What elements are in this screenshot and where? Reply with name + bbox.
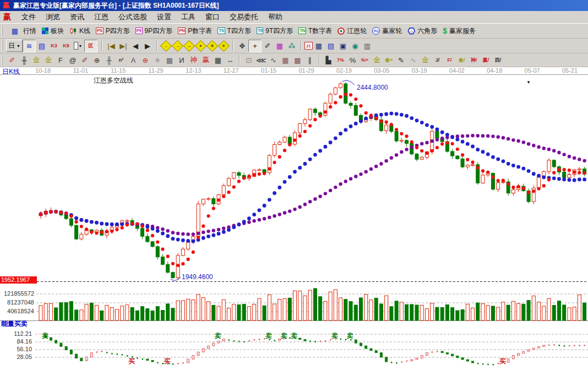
- p-number-button[interactable]: PNP数字表: [175, 24, 215, 37]
- draw-spiral-button[interactable]: @: [67, 55, 79, 66]
- menu-item-2[interactable]: 资讯: [65, 12, 89, 22]
- menu-item-7[interactable]: 窗口: [200, 12, 225, 22]
- export-button[interactable]: ◉: [349, 40, 361, 52]
- candle-style-button[interactable]: ▼: [72, 40, 84, 52]
- menu-logo-icon: 赢: [3, 12, 11, 22]
- draw-shen-button[interactable]: 神: [188, 55, 200, 66]
- menu-item-8[interactable]: 交易委托: [225, 12, 263, 22]
- info-panel-button[interactable]: ▤: [36, 40, 48, 52]
- k3-view-button[interactable]: K3: [48, 40, 60, 52]
- next-button[interactable]: ▶: [141, 40, 154, 52]
- go-last-button[interactable]: ▶|: [117, 40, 129, 52]
- notepad-button[interactable]: ▤: [325, 40, 337, 52]
- draw-circle-cross-button[interactable]: ⊕: [91, 55, 103, 66]
- tool-gold-button[interactable]: 金: [420, 55, 432, 66]
- draw-box-grid-button[interactable]: ▩: [164, 55, 176, 66]
- menu-item-6[interactable]: 工具: [176, 12, 200, 22]
- draw-ruler2-button[interactable]: ╫: [103, 55, 115, 66]
- volume-pane[interactable]: [0, 282, 588, 322]
- winner-wheel-button[interactable]: Big赢家轮: [369, 24, 405, 37]
- t-square-button[interactable]: TST四方形: [215, 24, 254, 37]
- menu-item-0[interactable]: 文件: [17, 12, 41, 22]
- hand-tool-button[interactable]: ✥: [236, 40, 248, 52]
- draw-gold-grid2-button[interactable]: 金: [42, 55, 55, 66]
- tool-7pct-button[interactable]: 7%: [335, 55, 347, 66]
- draw-star-grid-button[interactable]: ✳: [151, 55, 164, 66]
- draw-n2-button[interactable]: n²: [115, 55, 127, 66]
- kline-button[interactable]: K线: [67, 24, 93, 37]
- draw-f-grid-button[interactable]: F: [55, 55, 67, 66]
- k9-view-button[interactable]: K9: [60, 40, 72, 52]
- tool-pct-line-button[interactable]: %=: [359, 55, 371, 66]
- group-tool-button[interactable]: ⁂: [286, 40, 298, 52]
- draw-ruler-button[interactable]: ╫: [18, 55, 30, 66]
- indicator-pane[interactable]: 卖卖卖卖卖卖卖买买买: [0, 322, 588, 370]
- draw-n-mark-button[interactable]: И: [176, 55, 188, 66]
- trend-chart-button[interactable]: ≋: [23, 40, 36, 52]
- date-label-03-05: 03-05: [374, 67, 389, 74]
- draw-ying-button[interactable]: 赢: [200, 55, 212, 66]
- tool-shen-angle-button[interactable]: 神/: [468, 55, 480, 66]
- tool-gold-lines-button[interactable]: 金=: [383, 55, 395, 66]
- quotes-button[interactable]: ▦行情: [6, 24, 39, 37]
- pattern-tool-button[interactable]: ▦: [274, 40, 286, 52]
- tool-gold-angle-button[interactable]: 金/: [456, 55, 468, 66]
- draw-dense-grid-button[interactable]: ▦: [212, 55, 224, 66]
- tool-bar-chart-button[interactable]: ▙: [323, 55, 335, 66]
- draw-grid4-button[interactable]: ▩: [292, 55, 304, 66]
- t-number-button[interactable]: TNT数字表: [296, 24, 335, 37]
- print-button[interactable]: ▥: [361, 40, 373, 52]
- save-button[interactable]: ▣: [337, 40, 349, 52]
- gann-wheel-button[interactable]: 江恩轮: [335, 24, 369, 37]
- menu-item-3[interactable]: 江恩: [89, 12, 113, 22]
- diamond-star-button[interactable]: ✳: [218, 42, 230, 50]
- diamond-cross-button[interactable]: ✛: [206, 42, 218, 50]
- tool-si-angle-button[interactable]: 四/: [492, 55, 504, 66]
- tool-ying-angle-button[interactable]: 赢/: [480, 55, 492, 66]
- tool-pen3-button[interactable]: ✎: [395, 55, 407, 66]
- draw-gold-grid1-button[interactable]: 金: [30, 55, 42, 66]
- draw-a-line-button[interactable]: A: [127, 55, 139, 66]
- diamond-plus-button[interactable]: +: [195, 42, 206, 50]
- draw-parallel-button[interactable]: ∥: [304, 55, 316, 66]
- draw-pen2-button[interactable]: ✐: [79, 55, 91, 66]
- crosshair-tool-button[interactable]: +: [248, 40, 262, 52]
- draw-target-button[interactable]: ⊕: [139, 55, 151, 66]
- zone-tool-button[interactable]: 区: [84, 40, 97, 52]
- menu-item-1[interactable]: 浏览: [41, 12, 65, 22]
- main-chart-pane[interactable]: [0, 75, 588, 282]
- peak-annotation: 2444.8000: [357, 84, 388, 91]
- p-square-button[interactable]: PSP四方形: [93, 24, 133, 37]
- winner-service-button[interactable]: $赢家服务: [440, 24, 478, 37]
- prev-button[interactable]: ◀: [129, 40, 141, 52]
- draw-grid3-button[interactable]: ▦: [280, 55, 292, 66]
- tool-pct-button[interactable]: %: [347, 55, 359, 66]
- diamond-left-button[interactable]: ←: [160, 42, 172, 50]
- go-first-button[interactable]: |◀: [105, 40, 117, 52]
- calculator-button[interactable]: ▦: [313, 40, 325, 52]
- period-selector-button[interactable]: 日▼: [6, 40, 23, 52]
- tool-j-angle-button[interactable]: J/: [432, 55, 444, 66]
- draw-spiral-icon: @: [67, 55, 79, 66]
- menu-item-4[interactable]: 公式选股: [113, 12, 152, 22]
- diamond-right-button[interactable]: →: [172, 42, 183, 50]
- lasso-tool-button[interactable]: ✐: [262, 40, 274, 52]
- flag-tool-button[interactable]: [97, 45, 99, 46]
- hexagon-button[interactable]: ◎六角形: [405, 24, 440, 37]
- draw-h-arrow-button[interactable]: ↔: [224, 55, 236, 66]
- draw-box-tool-button[interactable]: ⊡: [243, 55, 255, 66]
- 9t-square-button[interactable]: T99T四方形: [254, 24, 296, 37]
- tool-gold-circle-button[interactable]: 金: [371, 55, 383, 66]
- menu-item-5[interactable]: 设置: [152, 12, 176, 22]
- tool-av-button[interactable]: ∿: [407, 55, 420, 66]
- tool-f-angle-button[interactable]: F/: [444, 55, 456, 66]
- diamond-expand-button[interactable]: ↔: [183, 42, 195, 50]
- draw-fan-button[interactable]: ⋘: [255, 55, 268, 66]
- draw-pen-button[interactable]: ✐: [6, 55, 18, 66]
- sectors-button[interactable]: 板块: [39, 24, 67, 37]
- menu-item-9[interactable]: 帮助: [263, 12, 287, 22]
- calendar-button[interactable]: 21: [304, 42, 313, 50]
- 9p-square-button[interactable]: P99P四方形: [133, 24, 175, 37]
- draw-wave-button[interactable]: ∿: [268, 55, 280, 66]
- dropdown-arrow-icon[interactable]: ▼: [526, 80, 531, 85]
